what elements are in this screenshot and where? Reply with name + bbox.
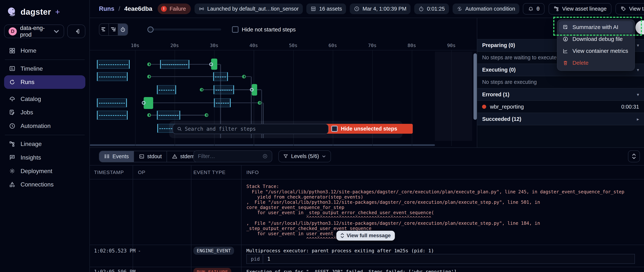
gantt-horizontal-scrollbar[interactable] <box>90 144 435 146</box>
gantt-step-bar-pending[interactable] <box>157 85 176 94</box>
tab-stdout[interactable]: stdout <box>134 151 167 162</box>
sidebar-item-label: Home <box>20 47 36 54</box>
step-search-box[interactable] <box>172 124 329 134</box>
tab-label: stdout <box>147 153 162 159</box>
section-succeeded[interactable]: Succeeded (12) ▸ <box>477 113 644 125</box>
clear-filter-icon[interactable] <box>262 153 268 159</box>
tab-label: Events <box>112 153 129 159</box>
tab-label: stderr <box>180 153 194 159</box>
section-errored[interactable]: Errored (1) ▾ <box>477 89 644 101</box>
hide-not-started-checkbox[interactable]: Hide not started steps <box>232 26 296 33</box>
flat-view-button[interactable] <box>99 24 109 35</box>
sidebar-item-deployment[interactable]: Deployment <box>4 164 85 178</box>
checkbox-box[interactable] <box>232 26 238 33</box>
axis-tick-label: 90s <box>447 43 456 48</box>
gantt-node-dot <box>258 101 262 105</box>
duration-tag[interactable]: 0:01:25 <box>414 3 449 14</box>
gantt-step-bar-pending[interactable] <box>97 72 128 81</box>
events-list-icon <box>104 154 110 159</box>
gantt-connector-line <box>153 103 260 103</box>
gantt-step-bar-pending[interactable] <box>160 60 189 69</box>
axis-tick-label: 80s <box>408 43 416 48</box>
lineage-icon <box>554 6 560 12</box>
sidebar-item-jobs[interactable]: Jobs <box>4 106 85 119</box>
log-filter-input[interactable] <box>198 153 259 159</box>
menu-item-container-metrics[interactable]: View container metrics <box>559 45 633 57</box>
gantt-body[interactable]: Hide unselected steps <box>90 50 477 147</box>
run-status-badge: ! Failure <box>158 3 191 14</box>
event-op: - <box>138 248 141 254</box>
search-icon <box>177 127 182 131</box>
gantt-step-bar-pending[interactable] <box>97 111 128 120</box>
terminal-icon <box>139 154 144 159</box>
menu-item-download-debug[interactable]: Download debug file <box>559 33 633 45</box>
sidebar-item-connections[interactable]: Connections <box>4 178 85 191</box>
sidebar-item-insights[interactable]: Insights <box>4 151 85 164</box>
gantt-step-bar-pending[interactable] <box>97 60 130 69</box>
gantt-zoom-slider[interactable] <box>148 28 222 30</box>
launched-by-tag[interactable]: Launched by default_aut…tion_sensor <box>194 3 303 14</box>
caret-down-icon: ▾ <box>637 43 639 48</box>
gantt-node-dot <box>200 88 204 92</box>
breadcrumb-runs-link[interactable]: Runs <box>99 5 114 12</box>
errored-step-row[interactable]: wbr_reporting 0:00:31 <box>477 101 644 113</box>
chevron-down-icon <box>53 28 60 35</box>
gantt-step-bar-pending[interactable] <box>157 111 180 120</box>
logo-plus: + <box>55 7 60 16</box>
levels-dropdown[interactable]: Levels (5/6) <box>278 150 331 162</box>
sidebar-item-label: Insights <box>20 154 41 161</box>
funnel-icon <box>283 154 288 159</box>
tag-label: Automation condition <box>465 6 515 12</box>
sidebar-item-runs[interactable]: Runs <box>4 75 85 89</box>
gantt-step-bar-pending[interactable] <box>214 85 234 94</box>
sidebar-item-home[interactable]: Home <box>4 44 85 57</box>
slider-knob[interactable] <box>148 26 154 32</box>
sidebar-item-lineage[interactable]: Lineage <box>4 137 85 151</box>
breadcrumb-run-id: 4eae6dba <box>124 5 152 12</box>
hide-unselected-checkbox[interactable] <box>331 126 338 132</box>
waterfall-view-button[interactable] <box>109 24 118 35</box>
timed-view-button[interactable] <box>118 24 128 35</box>
expand-panel-button[interactable] <box>628 150 640 162</box>
log-tabs: Events stdout stderr <box>99 151 199 162</box>
checkbox-label: Hide not started steps <box>242 26 296 33</box>
stack-trace-row[interactable]: Stack Trace: File "/usr/local/lib/python… <box>90 179 644 245</box>
gantt-connector-line <box>149 76 243 77</box>
sidebar-item-label: Runs <box>20 79 34 86</box>
alerts-bell-button[interactable]: 0 <box>523 3 544 15</box>
sidebar-item-timeline[interactable]: Timeline <box>4 62 85 75</box>
deployment-selector[interactable]: D data-eng-prod <box>4 24 64 38</box>
gantt-vertical-scrollbar[interactable] <box>474 53 477 120</box>
engine-event-row[interactable]: 1:02:05.523 PM - ENGINE_EVENT Multiproce… <box>90 245 644 267</box>
sidebar-item-label: Connections <box>20 181 54 188</box>
view-tags-config-button[interactable]: View tags and config <box>616 3 644 15</box>
sidebar-divider <box>5 59 84 60</box>
step-name: wbr_reporting <box>490 104 524 110</box>
event-timestamp: 1:02:05.523 PM <box>94 248 136 254</box>
menu-item-summarize-ai[interactable]: Summarize with AI <box>559 21 633 33</box>
log-filter-box[interactable] <box>194 150 272 162</box>
view-asset-lineage-button[interactable]: View asset lineage <box>548 3 612 15</box>
collapse-sidebar-icon <box>73 28 80 35</box>
gantt-step-bar-pending[interactable] <box>213 72 228 81</box>
run-failure-row[interactable]: 1:02:05.596 PM - RUN_FAILURE Execution o… <box>90 267 644 272</box>
gantt-node-ring <box>209 62 213 66</box>
stopwatch-icon <box>418 6 424 12</box>
gantt-step-bar-pending[interactable] <box>214 98 231 107</box>
axis-tick-label: 20s <box>170 43 179 48</box>
start-time-tag[interactable]: Mar 4, 1:00:39 PM <box>350 3 410 14</box>
automation-condition-tag[interactable]: Automation condition <box>453 3 519 14</box>
collapse-sidebar-button[interactable] <box>67 24 85 38</box>
assets-count-tag[interactable]: 16 assets <box>306 3 346 14</box>
col-timestamp: TIMESTAMP <box>94 169 124 175</box>
logo[interactable]: dagster + <box>4 0 85 21</box>
tab-events[interactable]: Events <box>99 151 134 162</box>
button-label: View full message <box>346 233 391 239</box>
menu-item-delete[interactable]: Delete <box>559 57 633 69</box>
sidebar-item-catalog[interactable]: Catalog <box>4 92 85 106</box>
sidebar-item-automation[interactable]: Automation <box>4 119 85 133</box>
gantt-step-bar-pending[interactable] <box>97 98 127 107</box>
view-full-message-button[interactable]: View full message <box>336 231 395 241</box>
step-search-input[interactable] <box>185 126 324 132</box>
event-metadata-table: pid 1 <box>246 254 635 264</box>
